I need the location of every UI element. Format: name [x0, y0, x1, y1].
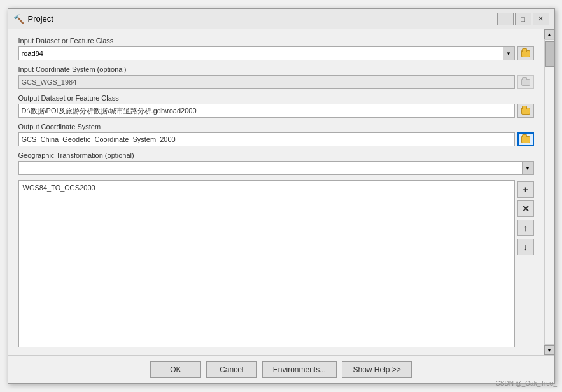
- output-coord-group: Output Coordinate System: [18, 123, 534, 146]
- close-button[interactable]: ✕: [533, 13, 549, 25]
- geo-transform-input[interactable]: [19, 163, 522, 173]
- project-window: 🔨 Project — □ ✕ Input Dataset or Feature…: [8, 8, 555, 384]
- vertical-scrollbar[interactable]: ▲ ▼: [544, 29, 554, 355]
- show-help-button[interactable]: Show Help >>: [342, 361, 412, 378]
- main-panel: Input Dataset or Feature Class ▼ Input C…: [8, 29, 544, 355]
- input-dataset-field[interactable]: [19, 47, 503, 60]
- input-coord-field: [18, 75, 515, 89]
- title-bar: 🔨 Project — □ ✕: [8, 9, 554, 29]
- scroll-thumb[interactable]: [545, 41, 554, 67]
- output-dataset-field[interactable]: [18, 104, 515, 118]
- list-controls: + ✕ ↑ ↓: [517, 180, 534, 347]
- output-dataset-group: Output Dataset or Feature Class: [18, 94, 534, 118]
- scroll-down-arrow[interactable]: ▼: [544, 345, 554, 355]
- output-dataset-browse-button[interactable]: [517, 104, 534, 118]
- output-coord-label: Output Coordinate System: [18, 123, 534, 130]
- input-dataset-browse-button[interactable]: [517, 46, 534, 60]
- input-dataset-label: Input Dataset or Feature Class: [18, 37, 534, 45]
- watermark: CSDN @_Oak_Tree_: [496, 380, 557, 387]
- transformation-list[interactable]: WGS84_TO_CGS2000: [18, 180, 515, 347]
- footer: OK Cancel Environments... Show Help >>: [8, 355, 554, 383]
- output-coord-row: [18, 132, 534, 146]
- input-dataset-dropdown-arrow[interactable]: ▼: [503, 47, 514, 60]
- cancel-button[interactable]: Cancel: [206, 361, 257, 378]
- scroll-up-arrow[interactable]: ▲: [544, 29, 554, 39]
- input-coord-label: Input Coordinate System (optional): [18, 66, 534, 73]
- move-down-button[interactable]: ↓: [517, 239, 534, 255]
- input-coord-row: [18, 75, 534, 89]
- geo-transform-label: Geographic Transformation (optional): [18, 151, 534, 159]
- geo-transform-arrow[interactable]: ▼: [522, 162, 533, 174]
- add-item-button[interactable]: +: [517, 181, 534, 198]
- geo-transform-section: Geographic Transformation (optional) ▼: [18, 151, 534, 175]
- output-coord-browse-button[interactable]: [517, 132, 534, 146]
- folder-icon: [521, 50, 530, 57]
- minimize-button[interactable]: —: [497, 13, 514, 25]
- move-up-button[interactable]: ↑: [517, 220, 534, 236]
- output-dataset-row: [18, 104, 534, 118]
- input-dataset-row: ▼: [18, 46, 534, 60]
- folder-icon-readonly: [521, 79, 530, 86]
- title-bar-left: 🔨 Project: [13, 14, 53, 24]
- geo-transform-dropdown[interactable]: ▼: [18, 161, 534, 175]
- output-coord-field[interactable]: [18, 132, 515, 146]
- output-dataset-label: Output Dataset or Feature Class: [18, 94, 534, 102]
- input-dataset-combo[interactable]: ▼: [18, 46, 515, 60]
- window-title: Project: [28, 14, 53, 24]
- title-bar-buttons: — □ ✕: [497, 13, 549, 25]
- remove-item-button[interactable]: ✕: [517, 200, 534, 217]
- folder-icon-2: [521, 108, 530, 115]
- list-section: WGS84_TO_CGS2000 + ✕ ↑ ↓: [18, 180, 534, 347]
- environments-button[interactable]: Environments...: [262, 361, 337, 378]
- list-item[interactable]: WGS84_TO_CGS2000: [20, 182, 513, 193]
- input-coord-group: Input Coordinate System (optional): [18, 66, 534, 89]
- content-area: Input Dataset or Feature Class ▼ Input C…: [8, 29, 554, 355]
- window-title-icon: 🔨: [13, 14, 24, 24]
- folder-icon-3: [521, 136, 530, 143]
- maximize-button[interactable]: □: [515, 13, 531, 25]
- input-coord-browse-button[interactable]: [517, 75, 534, 89]
- input-dataset-group: Input Dataset or Feature Class ▼: [18, 37, 534, 60]
- scroll-track[interactable]: [545, 39, 554, 345]
- ok-button[interactable]: OK: [150, 361, 201, 378]
